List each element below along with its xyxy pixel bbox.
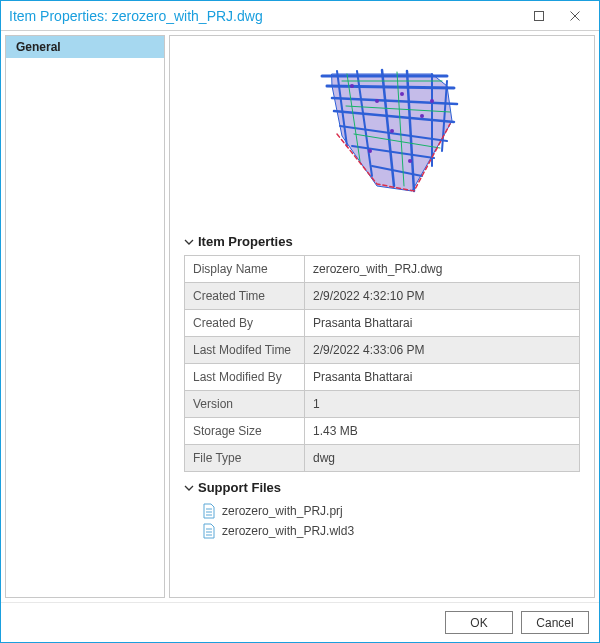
- support-file-name: zerozero_with_PRJ.prj: [222, 504, 343, 518]
- file-icon: [202, 523, 216, 539]
- table-row: Created Time 2/9/2022 4:32:10 PM: [185, 283, 580, 310]
- prop-value: 1.43 MB: [305, 418, 580, 445]
- sidebar-item-general[interactable]: General: [6, 36, 164, 58]
- svg-line-2: [327, 86, 454, 88]
- prop-value: 2/9/2022 4:32:10 PM: [305, 283, 580, 310]
- maximize-button[interactable]: [521, 2, 557, 30]
- prop-label: Version: [185, 391, 305, 418]
- prop-value: Prasanta Bhattarai: [305, 364, 580, 391]
- button-label: OK: [470, 616, 487, 630]
- prop-value: dwg: [305, 445, 580, 472]
- support-file-item[interactable]: zerozero_with_PRJ.prj: [184, 501, 580, 521]
- dialog-body: General: [1, 31, 599, 602]
- properties-table: Display Name zerozero_with_PRJ.dwg Creat…: [184, 255, 580, 472]
- table-row: Version 1: [185, 391, 580, 418]
- prop-value: zerozero_with_PRJ.dwg: [305, 256, 580, 283]
- thumbnail-image: [282, 56, 482, 206]
- close-button[interactable]: [557, 2, 593, 30]
- section-header-support-files[interactable]: Support Files: [184, 480, 580, 495]
- prop-label: Display Name: [185, 256, 305, 283]
- sidebar-item-label: General: [16, 40, 61, 54]
- table-row: Created By Prasanta Bhattarai: [185, 310, 580, 337]
- prop-label: Created By: [185, 310, 305, 337]
- svg-point-25: [408, 159, 412, 163]
- table-row: Display Name zerozero_with_PRJ.dwg: [185, 256, 580, 283]
- window-title: Item Properties: zerozero_with_PRJ.dwg: [9, 8, 521, 24]
- prop-label: Created Time: [185, 283, 305, 310]
- table-row: Storage Size 1.43 MB: [185, 418, 580, 445]
- ok-button[interactable]: OK: [445, 611, 513, 634]
- prop-value: Prasanta Bhattarai: [305, 310, 580, 337]
- svg-point-21: [400, 92, 404, 96]
- prop-label: Storage Size: [185, 418, 305, 445]
- svg-point-23: [390, 129, 394, 133]
- chevron-down-icon: [184, 483, 194, 493]
- section-header-item-properties[interactable]: Item Properties: [184, 234, 580, 249]
- prop-value: 1: [305, 391, 580, 418]
- titlebar: Item Properties: zerozero_with_PRJ.dwg: [1, 1, 599, 31]
- support-file-item[interactable]: zerozero_with_PRJ.wld3: [184, 521, 580, 541]
- maximize-icon: [534, 11, 544, 21]
- main-panel: Item Properties Display Name zerozero_wi…: [169, 35, 595, 598]
- dialog-footer: OK Cancel: [1, 602, 599, 642]
- table-row: Last Modifed Time 2/9/2022 4:33:06 PM: [185, 337, 580, 364]
- table-row: Last Modified By Prasanta Bhattarai: [185, 364, 580, 391]
- button-label: Cancel: [536, 616, 573, 630]
- close-icon: [570, 11, 580, 21]
- file-icon: [202, 503, 216, 519]
- svg-point-24: [368, 149, 372, 153]
- chevron-down-icon: [184, 237, 194, 247]
- svg-point-26: [430, 99, 434, 103]
- thumbnail-region: [184, 46, 580, 226]
- prop-value: 2/9/2022 4:33:06 PM: [305, 337, 580, 364]
- svg-point-22: [420, 114, 424, 118]
- section-title: Item Properties: [198, 234, 293, 249]
- table-row: File Type dwg: [185, 445, 580, 472]
- prop-label: File Type: [185, 445, 305, 472]
- prop-label: Last Modified By: [185, 364, 305, 391]
- section-title: Support Files: [198, 480, 281, 495]
- svg-point-19: [350, 84, 354, 88]
- support-file-name: zerozero_with_PRJ.wld3: [222, 524, 354, 538]
- svg-rect-0: [535, 11, 544, 20]
- svg-point-20: [375, 99, 379, 103]
- cancel-button[interactable]: Cancel: [521, 611, 589, 634]
- sidebar: General: [5, 35, 165, 598]
- prop-label: Last Modifed Time: [185, 337, 305, 364]
